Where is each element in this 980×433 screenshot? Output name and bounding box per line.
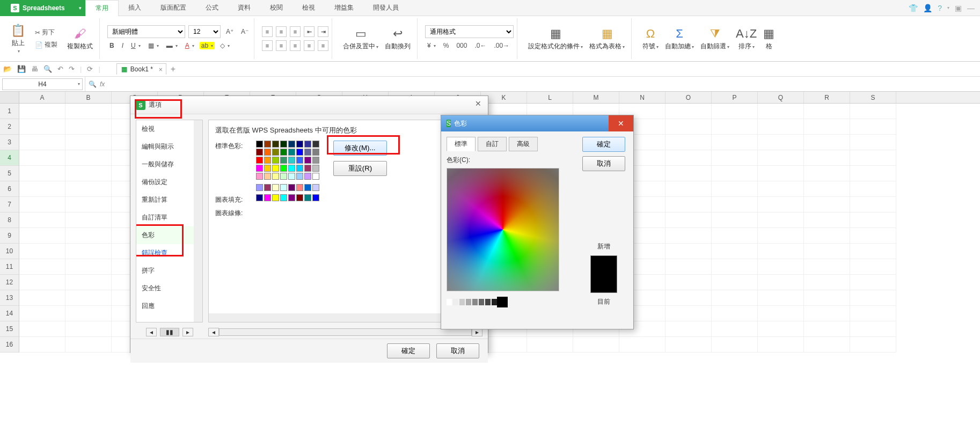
cell[interactable] bbox=[804, 104, 850, 119]
row-header[interactable]: 4 bbox=[0, 150, 19, 166]
cell[interactable] bbox=[850, 321, 896, 337]
cell[interactable] bbox=[19, 275, 65, 290]
cell[interactable] bbox=[758, 181, 804, 197]
color-picker-board[interactable] bbox=[447, 168, 559, 291]
cut-button[interactable]: ✂剪下 bbox=[33, 27, 60, 38]
row-header[interactable]: 8 bbox=[0, 212, 19, 228]
cell[interactable] bbox=[665, 321, 712, 337]
cell[interactable] bbox=[665, 181, 712, 197]
color-title-bar[interactable]: S 色彩 ✕ bbox=[441, 115, 633, 131]
color-swatch[interactable] bbox=[280, 149, 287, 156]
tab-developer[interactable]: 開發人員 bbox=[363, 0, 408, 16]
cell[interactable] bbox=[804, 119, 850, 135]
standard-color-grid[interactable] bbox=[256, 141, 319, 180]
cell[interactable] bbox=[804, 275, 850, 290]
color-swatch[interactable] bbox=[256, 184, 263, 191]
font-color-button[interactable]: A▾ bbox=[183, 41, 196, 50]
options-sidebar-item[interactable]: 一般與儲存 bbox=[136, 156, 202, 173]
cell[interactable] bbox=[712, 337, 758, 353]
color-swatch[interactable] bbox=[256, 173, 263, 180]
align-dist-button[interactable]: ≡ bbox=[318, 40, 328, 51]
color-swatch[interactable] bbox=[272, 149, 279, 156]
color-swatch[interactable] bbox=[304, 173, 311, 180]
cell[interactable] bbox=[758, 275, 804, 290]
bold-button[interactable]: B bbox=[107, 41, 116, 50]
cell[interactable] bbox=[804, 290, 850, 306]
color-swatch[interactable] bbox=[272, 184, 279, 191]
cell[interactable] bbox=[19, 150, 65, 166]
cell[interactable] bbox=[65, 259, 112, 275]
paste-button[interactable]: 📋 貼上 ▾ bbox=[8, 23, 28, 55]
color-swatch[interactable] bbox=[304, 194, 311, 201]
tab-view[interactable]: 檢視 bbox=[292, 0, 325, 16]
chart-fill-color-grid[interactable] bbox=[256, 194, 319, 201]
cell[interactable] bbox=[804, 166, 850, 181]
cell[interactable] bbox=[65, 135, 112, 150]
color-swatch[interactable] bbox=[312, 165, 319, 172]
cell[interactable] bbox=[665, 275, 712, 290]
color-swatch[interactable] bbox=[264, 165, 271, 172]
align-center-button[interactable]: ≡ bbox=[276, 40, 287, 51]
cell[interactable] bbox=[65, 337, 112, 353]
color-swatch[interactable] bbox=[296, 149, 303, 156]
col-header[interactable]: P bbox=[712, 92, 758, 103]
cell[interactable] bbox=[758, 197, 804, 212]
cell[interactable] bbox=[804, 212, 850, 228]
color-swatch[interactable] bbox=[256, 141, 263, 148]
color-swatch[interactable] bbox=[312, 184, 319, 191]
color-swatch[interactable] bbox=[280, 173, 287, 180]
options-close-icon[interactable]: ✕ bbox=[475, 99, 481, 108]
cell[interactable] bbox=[758, 104, 804, 119]
align-left-button[interactable]: ≡ bbox=[262, 40, 273, 51]
cell[interactable] bbox=[758, 290, 804, 306]
cell[interactable] bbox=[850, 228, 896, 244]
autofilter-button[interactable]: ⧩自動篩選▾ bbox=[697, 26, 733, 52]
cell[interactable] bbox=[65, 197, 112, 212]
row-header[interactable]: 5 bbox=[0, 166, 19, 181]
print-icon[interactable]: 🖶 bbox=[31, 65, 38, 73]
cell[interactable] bbox=[65, 228, 112, 244]
fill-color-button[interactable]: ▬▾ bbox=[164, 41, 180, 50]
cell[interactable] bbox=[804, 228, 850, 244]
cell[interactable] bbox=[758, 212, 804, 228]
cell[interactable] bbox=[758, 321, 804, 337]
format-painter-button[interactable]: 🖌 複製格式 bbox=[64, 26, 96, 52]
color-swatch[interactable] bbox=[288, 165, 295, 172]
redo-icon[interactable]: ↷ bbox=[69, 65, 75, 73]
copy-button[interactable]: 📄複製 bbox=[33, 39, 60, 50]
color-swatch[interactable] bbox=[312, 194, 319, 201]
cell[interactable] bbox=[573, 337, 619, 353]
clear-format-button[interactable]: ◇▾ bbox=[218, 41, 232, 50]
cell[interactable] bbox=[804, 306, 850, 321]
cell[interactable] bbox=[19, 197, 65, 212]
cell[interactable] bbox=[712, 181, 758, 197]
cell[interactable] bbox=[804, 197, 850, 212]
cell[interactable] bbox=[712, 197, 758, 212]
options-ok-button[interactable]: 確定 bbox=[387, 343, 430, 358]
cell[interactable] bbox=[758, 244, 804, 259]
tab-review[interactable]: 校閱 bbox=[260, 0, 292, 16]
cell[interactable] bbox=[665, 244, 712, 259]
tab-standard[interactable]: 標準 bbox=[447, 137, 476, 151]
cell[interactable] bbox=[804, 244, 850, 259]
grow-font-button[interactable]: A⁺ bbox=[224, 27, 236, 36]
cell[interactable] bbox=[19, 244, 65, 259]
cond-format-button[interactable]: ▦ 設定格式化的條件▾ bbox=[525, 26, 586, 52]
merge-center-button[interactable]: ▭ 合併及置中▾ bbox=[340, 26, 382, 52]
color-swatch[interactable] bbox=[312, 141, 319, 148]
modify-color-button[interactable]: 修改(M)... bbox=[333, 141, 387, 156]
color-swatch[interactable] bbox=[312, 157, 319, 164]
cell[interactable] bbox=[19, 290, 65, 306]
options-sidebar-item[interactable]: 編輯與顯示 bbox=[136, 138, 202, 156]
cell[interactable] bbox=[665, 166, 712, 181]
tab-insert[interactable]: 插入 bbox=[119, 0, 151, 16]
color-swatch[interactable] bbox=[296, 184, 303, 191]
color-swatch[interactable] bbox=[312, 149, 319, 156]
shrink-font-button[interactable]: A⁻ bbox=[239, 27, 251, 36]
color-swatch[interactable] bbox=[288, 149, 295, 156]
indent-dec-button[interactable]: ⇤ bbox=[304, 26, 315, 37]
percent-button[interactable]: % bbox=[441, 41, 451, 50]
cell[interactable] bbox=[19, 181, 65, 197]
row-header[interactable]: 13 bbox=[0, 290, 19, 306]
cell[interactable] bbox=[804, 135, 850, 150]
